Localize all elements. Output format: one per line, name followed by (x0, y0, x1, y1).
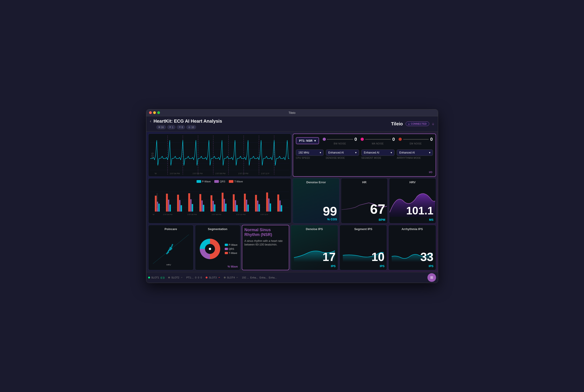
slot2-icon: ≁ (181, 276, 183, 279)
usb-device-icon: ⏚ (432, 122, 434, 126)
hrv-title: HRV (391, 180, 433, 184)
fab-button[interactable]: ⊞ (427, 273, 436, 282)
segment-mode-dropdown[interactable]: Enhanced AI ▾ (361, 150, 394, 156)
bw-noise-slider[interactable] (327, 139, 353, 140)
header-right: Tileio ⏚ CONNECTED ⏚ (391, 121, 434, 126)
denoise-error-title: Denoise Error (295, 180, 337, 184)
svg-text:2:57:10 PM: 2:57:10 PM (238, 172, 248, 174)
poincare-title: Poincare (151, 227, 191, 231)
slot1-status: SLOT1 ((·)) (148, 273, 165, 282)
slot1-label: SLOT1 (151, 276, 159, 279)
svg-text:2:57:04 PM: 2:57:04 PM (163, 214, 173, 215)
svg-rect-56 (279, 200, 280, 212)
svg-rect-55 (277, 194, 279, 212)
pie-qrs-swatch (225, 248, 228, 250)
chevron-cpu: ▾ (320, 151, 321, 154)
seg-pie-title: Segmentation (198, 227, 238, 231)
poincare-card: Poincare (148, 225, 194, 270)
circle-icon: ◎ (188, 126, 190, 128)
arrhythmia-mode-group: Enhanced AI ▾ ARRHYTHMIA MODE (397, 150, 433, 159)
twave-color-swatch (229, 180, 233, 183)
controls-dropdowns-row: 192 MHz ▾ CPU SPEED Enhanced AI ▾ DENOIS… (296, 150, 433, 159)
svg-rect-28 (177, 195, 179, 212)
svg-rect-30 (180, 205, 182, 212)
minimize-button[interactable] (153, 111, 156, 114)
hrv-card: HRV 101.1 MS (389, 178, 436, 224)
svg-rect-33 (192, 204, 193, 212)
legend-qrs: QRS (214, 180, 225, 183)
svg-text:'M: 'M (155, 172, 157, 174)
arrhythmia-mode-dropdown[interactable]: Enhanced AI ▾ (397, 150, 433, 156)
ma-noise-slider[interactable] (365, 139, 391, 140)
em-noise-slider[interactable] (403, 139, 429, 140)
seg-legend: P-Wave QRS T-Wave (150, 180, 290, 183)
svg-point-75 (166, 253, 168, 254)
pt1-v1: 0 (195, 276, 196, 279)
svg-rect-53 (268, 198, 269, 212)
tileio-label: Tileio (391, 121, 403, 126)
ma-noise-dot (361, 138, 364, 141)
svg-rect-39 (214, 204, 215, 212)
hr-unit: BPM (379, 218, 385, 222)
pt1-v3: 0 (201, 276, 202, 279)
traffic-lights (149, 111, 160, 114)
svg-point-77 (172, 244, 173, 245)
bw-noise-label: BW NOISE (334, 142, 346, 145)
back-button[interactable]: ‹ (150, 119, 151, 124)
window-title: Tileio (289, 111, 296, 114)
legend-pwave: P-Wave (197, 180, 211, 183)
denoise-mode-dropdown[interactable]: Enhanced AI ▾ (326, 150, 359, 156)
close-button[interactable] (149, 111, 152, 114)
slot4-v2: Enha... (260, 276, 267, 279)
pt1-v2: 0 (198, 276, 199, 279)
slot2-indicator (168, 277, 170, 278)
arrhythmia-ips-unit: IPS (429, 264, 434, 268)
maximize-button[interactable] (157, 111, 160, 114)
badge-3[interactable]: ◎ 10 (186, 125, 196, 129)
ecg-panel: ECG (148, 134, 292, 177)
seg-y-label: Segmentation (156, 193, 158, 208)
denoise-error-card: Denoise Error 99 % COS (293, 178, 339, 224)
em-noise-dot (399, 138, 402, 141)
chevron-denoise: ▾ (355, 151, 357, 154)
segment-ips-value: 10 (371, 250, 384, 264)
refresh-icon-1: ⟳ (169, 126, 171, 128)
arrhythmia-ips-value: 33 (420, 250, 434, 264)
badge-1[interactable]: ⟳ 1 (167, 125, 175, 129)
denoise-ips-card: Denoise IPS 17 IPS (291, 225, 338, 270)
slot4-v1: Enha... (250, 276, 258, 279)
denoise-mode-label: DENOISE MODE (326, 157, 359, 159)
svg-text:2:57:12 F: 2:57:12 F (261, 172, 270, 174)
segment-ips-title: Segment IPS (342, 227, 384, 231)
svg-rect-25 (166, 194, 168, 212)
arrhythmia-ips-card: Arrhythmia IPS 33 IPS (388, 225, 436, 270)
input-select-dropdown[interactable]: PT1: NSR ▾ (296, 137, 319, 144)
arrhythmia-mode-label: ARRHYTHMIA MODE (397, 157, 433, 159)
slot4-label: SLOT4 (227, 276, 235, 279)
svg-rect-57 (281, 205, 282, 212)
svg-point-69 (170, 248, 172, 250)
svg-rect-37 (210, 195, 212, 212)
qrs-color-swatch (214, 180, 219, 183)
metrics-row: Denoise Error 99 % COS HR (293, 178, 436, 224)
slot4-indicator (224, 277, 226, 278)
svg-rect-47 (246, 200, 247, 212)
svg-rect-45 (236, 205, 237, 212)
pwave-color-swatch (197, 180, 201, 183)
denoise-mode-group: Enhanced AI ▾ DENOISE MODE (326, 150, 359, 159)
cpu-speed-dropdown[interactable]: 192 MHz ▾ (296, 150, 324, 156)
denoise-ips-title: Denoise IPS (293, 227, 336, 231)
hrv-value: 101.1 (406, 204, 433, 217)
dropdown-arrow-input: ▾ (314, 139, 316, 142)
svg-rect-40 (222, 192, 223, 212)
ecg-y-label: ECG (151, 152, 154, 158)
svg-rect-26 (168, 200, 169, 212)
usb-icon: ⏚ (408, 122, 410, 125)
badge-tiles[interactable]: ⊞ 16 (156, 125, 166, 129)
controls-row1: PT1: NSR ▾ 0 BW NOISE (296, 137, 433, 145)
denoise-error-value: 99 (323, 205, 337, 218)
svg-text:HRV: HRV (166, 264, 171, 266)
denoise-wave-area (295, 184, 337, 205)
slot4-status: SLOT4 ≁ (224, 273, 238, 282)
badge-2[interactable]: ⟳ 8 (177, 125, 185, 129)
